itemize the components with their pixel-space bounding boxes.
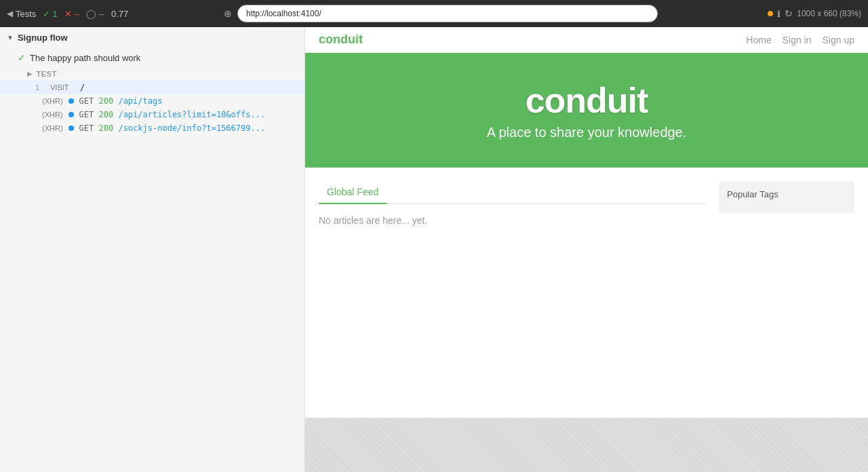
nav-home[interactable]: Home: [746, 35, 771, 45]
hero-subtitle: A place to share your knowledge.: [319, 125, 854, 140]
conduit-footer: [305, 418, 868, 472]
sidebar-section: Popular Tags: [719, 181, 854, 404]
feed-section: Global Feed No articles are here... yet.: [319, 181, 705, 404]
test-item[interactable]: ✓ The happy path should work: [0, 48, 304, 67]
pending-icon: ◯: [86, 9, 96, 19]
fail-number: --: [74, 9, 80, 19]
info-icon: ℹ: [777, 9, 781, 19]
pass-count: ✓ 1: [43, 9, 57, 19]
blue-dot-icon-3: [68, 125, 74, 131]
orange-dot-icon: [768, 11, 773, 16]
pending-number: --: [98, 9, 104, 19]
xhr-row-1[interactable]: (XHR) GET 200 /api/tags: [0, 94, 304, 108]
crosshair-icon[interactable]: ⊕: [224, 8, 232, 19]
url-bar[interactable]: http://localhost:4100/: [237, 5, 658, 22]
xhr-label-2: (XHR): [35, 111, 63, 119]
toolbar-right: ℹ ↻ 1000 x 660 (83%): [739, 8, 861, 19]
section-label: TEST: [37, 70, 57, 78]
x-icon: ✕: [64, 9, 72, 19]
score-value: 0.77: [111, 9, 128, 19]
test-section-header: ▶ TEST: [0, 67, 304, 81]
nav-signin[interactable]: Sign in: [783, 35, 812, 45]
global-feed-tab[interactable]: Global Feed: [319, 181, 387, 204]
url-text: http://localhost:4100/: [246, 9, 321, 18]
xhr-row-3[interactable]: (XHR) GET 200 /sockjs-node/info?t=156679…: [0, 121, 304, 135]
browser-panel: conduit Home Sign in Sign up conduit A p…: [305, 27, 868, 472]
toolbar: ◀ Tests ✓ 1 ✕ -- ◯ -- 0.77 ⊕ http://loca…: [0, 0, 868, 27]
main-layout: ▼ Signup flow ✓ The happy path should wo…: [0, 27, 868, 472]
feed-tabs: Global Feed: [319, 181, 705, 204]
hero-title: conduit: [319, 80, 854, 121]
test-panel: ▼ Signup flow ✓ The happy path should wo…: [0, 27, 305, 472]
xhr-text-1: GET 200 /api/tags: [79, 96, 163, 106]
fail-count: ✕ --: [64, 9, 80, 19]
conduit-nav-links: Home Sign in Sign up: [746, 35, 854, 45]
conduit-brand: conduit: [319, 33, 363, 47]
popular-tags-box: Popular Tags: [719, 181, 854, 213]
xhr-label-3: (XHR): [35, 124, 63, 132]
line-number: 1: [35, 83, 45, 92]
blue-dot-icon-1: [68, 98, 74, 104]
command-row-visit[interactable]: 1 VISIT /: [0, 81, 304, 94]
pending-count: ◯ --: [86, 9, 104, 19]
check-icon: ✓: [43, 9, 50, 19]
visit-command-text: /: [80, 83, 85, 92]
toolbar-left: ◀ Tests ✓ 1 ✕ -- ◯ -- 0.77: [7, 9, 142, 19]
section-collapse-icon: ▶: [27, 71, 33, 77]
collapse-icon: ▼: [7, 34, 14, 41]
blue-dot-icon-2: [68, 112, 74, 117]
pass-number: 1: [52, 9, 57, 19]
xhr-row-2[interactable]: (XHR) GET 200 /api/articles?limit=10&off…: [0, 108, 304, 121]
test-group-header[interactable]: ▼ Signup flow: [0, 27, 304, 48]
conduit-hero: conduit A place to share your knowledge.: [305, 53, 868, 168]
test-group-name: Signup flow: [18, 33, 68, 43]
test-pass-icon: ✓: [18, 52, 26, 63]
toolbar-center: ⊕ http://localhost:4100/: [148, 5, 734, 22]
refresh-icon[interactable]: ↻: [785, 8, 793, 19]
test-name: The happy path should work: [30, 53, 140, 63]
xhr-text-3: GET 200 /sockjs-node/info?t=1566799...: [79, 123, 266, 133]
popular-tags-title: Popular Tags: [727, 189, 846, 199]
conduit-navbar: conduit Home Sign in Sign up: [305, 27, 868, 53]
tests-label: Tests: [16, 9, 36, 19]
back-icon: ◀: [7, 9, 13, 18]
no-articles-text: No articles are here... yet.: [319, 215, 705, 226]
back-button[interactable]: ◀ Tests: [7, 9, 36, 19]
nav-signup[interactable]: Sign up: [823, 35, 854, 45]
xhr-text-2: GET 200 /api/articles?limit=10&offs...: [79, 110, 266, 119]
visit-command-type: VISIT: [50, 83, 75, 92]
dimensions-text: 1000 x 660 (83%): [797, 9, 861, 18]
xhr-label-1: (XHR): [35, 97, 63, 105]
conduit-content: Global Feed No articles are here... yet.…: [305, 168, 868, 418]
